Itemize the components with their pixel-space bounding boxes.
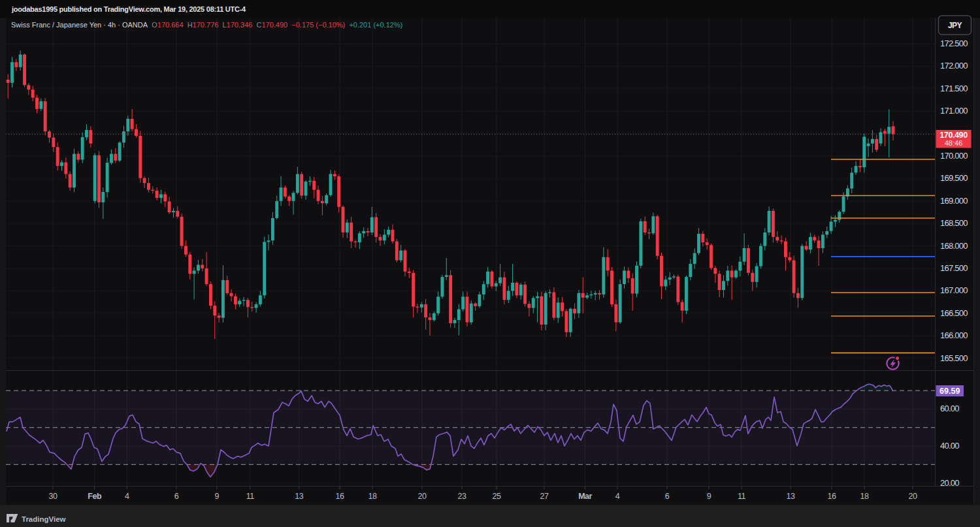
svg-text:167.000: 167.000 xyxy=(940,285,968,295)
svg-text:Swiss Franc / Japanese Yen · 4: Swiss Franc / Japanese Yen · 4h · OANDA … xyxy=(11,21,402,29)
svg-text:9: 9 xyxy=(214,492,219,501)
svg-text:joodabas1995 published on Trad: joodabas1995 published on TradingView.co… xyxy=(11,5,246,13)
svg-text:166.000: 166.000 xyxy=(940,330,968,340)
svg-text:18: 18 xyxy=(860,492,869,501)
svg-text:168.000: 168.000 xyxy=(940,241,968,251)
svg-text:4: 4 xyxy=(125,492,129,501)
svg-text:13: 13 xyxy=(787,492,795,501)
svg-text:170.490: 170.490 xyxy=(939,131,968,140)
svg-text:30: 30 xyxy=(49,492,57,501)
svg-text:6: 6 xyxy=(174,492,179,501)
svg-text:25: 25 xyxy=(493,492,501,501)
svg-text:11: 11 xyxy=(738,492,746,501)
svg-text:11: 11 xyxy=(246,492,255,501)
svg-text:JPY: JPY xyxy=(948,21,962,30)
svg-text:169.000: 169.000 xyxy=(940,196,968,206)
svg-text:172.000: 172.000 xyxy=(940,61,968,71)
svg-text:170.000: 170.000 xyxy=(940,151,968,161)
svg-text:4: 4 xyxy=(615,492,620,501)
svg-text:23: 23 xyxy=(458,492,466,501)
svg-text:13: 13 xyxy=(295,492,303,501)
svg-text:18: 18 xyxy=(368,492,377,501)
svg-text:20: 20 xyxy=(909,492,917,501)
svg-text:60.00: 60.00 xyxy=(940,404,959,413)
svg-text:40.00: 40.00 xyxy=(940,441,959,451)
svg-text:171.500: 171.500 xyxy=(940,84,968,93)
svg-text:9: 9 xyxy=(707,492,711,501)
svg-text:TradingView: TradingView xyxy=(22,515,66,523)
svg-text:20.00: 20.00 xyxy=(940,478,959,488)
svg-text:6: 6 xyxy=(665,492,670,501)
svg-text:165.500: 165.500 xyxy=(940,353,968,363)
svg-text:166.500: 166.500 xyxy=(940,308,968,318)
svg-text:Mar: Mar xyxy=(578,492,592,501)
svg-text:Feb: Feb xyxy=(88,492,102,501)
svg-text:16: 16 xyxy=(336,492,344,501)
svg-text:27: 27 xyxy=(540,492,549,501)
svg-text:20: 20 xyxy=(418,492,427,501)
svg-text:69.59: 69.59 xyxy=(939,387,960,396)
svg-text:16: 16 xyxy=(828,492,836,501)
svg-text:168.500: 168.500 xyxy=(940,218,968,228)
svg-text:167.500: 167.500 xyxy=(940,263,968,273)
svg-text:169.500: 169.500 xyxy=(940,173,968,183)
svg-text:171.000: 171.000 xyxy=(940,106,968,116)
svg-text:48:46: 48:46 xyxy=(945,139,963,147)
svg-text:172.500: 172.500 xyxy=(940,39,968,48)
